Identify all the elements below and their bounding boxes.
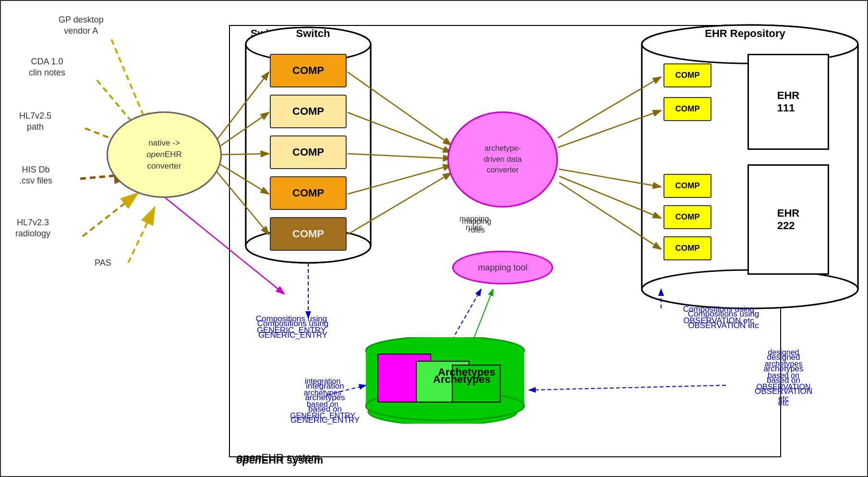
ehr-repo-title-top: EHR Repository xyxy=(635,27,856,40)
svg-line-29 xyxy=(128,208,155,263)
switch-comp-1b: COMP xyxy=(270,54,347,87)
svg-line-28 xyxy=(83,193,138,236)
ehr-222-box-top: EHR222 xyxy=(747,164,829,275)
comp-observation-top: Compositions usingOBSERVATION etc xyxy=(659,304,779,327)
label-cda: CDA 1.0clin notes xyxy=(29,56,65,79)
label-gp-desktop: GP desktopvendor A xyxy=(59,14,104,37)
designed-archetypes-top: designedarchetypesbased onOBSERVATIONetc xyxy=(726,347,841,404)
ehr111-comp-2b: COMP xyxy=(663,97,711,121)
switch-comp-2b: COMP xyxy=(270,95,347,128)
mapping-rules-top: mappingrules xyxy=(459,215,489,232)
main-container: GP desktopvendor A CDA 1.0clin notes HL7… xyxy=(0,0,868,477)
integration-archetypes-top: integrationarchetypesbased onGENERIC_ENT… xyxy=(270,376,375,422)
archetype-converter-top: archetype-driven dataconverter xyxy=(447,111,558,208)
ehr222-comp-2b: COMP xyxy=(663,205,711,229)
label-pas: PAS xyxy=(95,258,111,268)
label-his-db: HIS Db.csv files xyxy=(19,164,52,187)
label-hl7v25: HL7v2.5path xyxy=(19,110,51,133)
openehr-system-top: openEHR system xyxy=(236,454,323,466)
ehr222-comp-3b: COMP xyxy=(663,236,711,260)
switch-comp-5b: COMP xyxy=(270,217,347,251)
switch-title-top: Switch xyxy=(251,27,375,40)
switch-comp-4b: COMP xyxy=(270,176,347,210)
generic-entry-label-top: Compositions usingGENERIC_ENTRY xyxy=(236,313,347,336)
ehr-111-box-top: EHR111 xyxy=(747,54,829,150)
mapping-tool-top: mapping tool xyxy=(452,251,553,284)
label-hl7v23: HL7v2.3radiology xyxy=(15,217,50,240)
switch-comp-3b: COMP xyxy=(270,135,347,169)
ehr222-comp-1b: COMP xyxy=(663,174,711,198)
converter-top: native ->openEHRconverter xyxy=(107,111,222,198)
ehr111-comp-1b: COMP xyxy=(663,63,711,87)
